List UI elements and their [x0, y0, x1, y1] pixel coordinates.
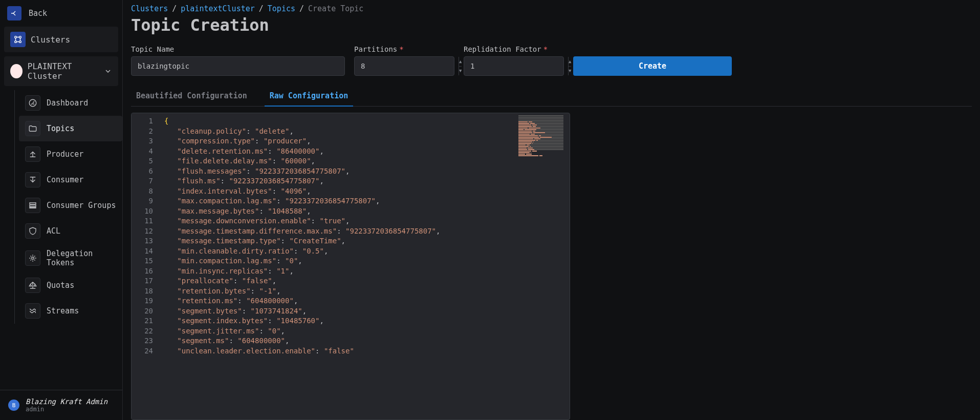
svg-point-3 [19, 41, 21, 43]
replication-stepper[interactable]: ▲▼ [464, 56, 564, 76]
sidebar-item-topics[interactable]: Topics [19, 116, 122, 141]
clusters-icon [10, 32, 26, 47]
nav-label: Quotas [47, 281, 74, 290]
stepper-up-icon[interactable]: ▲ [569, 57, 571, 67]
footer-user-sub: admin [26, 406, 107, 413]
partitions-input[interactable] [355, 57, 459, 75]
stepper-down-icon[interactable]: ▼ [459, 67, 462, 76]
sidebar-item-consumer-groups[interactable]: Consumer Groups [19, 193, 122, 218]
svg-point-1 [19, 36, 21, 38]
config-editor[interactable]: 123456789101112131415161718192021222324 … [131, 113, 570, 420]
download-icon [25, 172, 40, 187]
editor-minimap[interactable] [518, 115, 563, 144]
sidebar-item-quotas[interactable]: Quotas [19, 272, 122, 298]
nav-label: Dashboard [47, 98, 88, 108]
sidebar-footer[interactable]: B Blazing Kraft Admin admin [0, 390, 122, 420]
nav-label: Streams [47, 306, 79, 316]
sidebar-item-consumer[interactable]: Consumer [19, 167, 122, 193]
breadcrumb: Clusters / plaintextCluster / Topics / C… [131, 4, 972, 13]
breadcrumb-topics[interactable]: Topics [268, 4, 295, 13]
clusters-label: Clusters [31, 35, 70, 45]
sidebar-item-streams[interactable]: Streams [19, 298, 122, 324]
sidebar-item-producer[interactable]: Producer [19, 141, 122, 167]
breadcrumb-clusters[interactable]: Clusters [131, 4, 168, 13]
sidebar-clusters-button[interactable]: Clusters [4, 27, 118, 52]
stream-icon [25, 303, 40, 319]
back-icon [7, 6, 21, 20]
back-button[interactable]: Back [0, 0, 122, 27]
shield-icon [25, 223, 40, 239]
partitions-label: Partitions* [354, 45, 454, 53]
cluster-color-icon [10, 64, 23, 78]
topic-name-input[interactable] [131, 56, 345, 76]
breadcrumb-sep: / [259, 4, 264, 13]
sidebar: Back Clusters PLAINTEXT Cluster Dashboar… [0, 0, 123, 420]
editor-code[interactable]: { "cleanup.policy": "delete", "compressi… [158, 113, 440, 419]
breadcrumb-sep: / [299, 4, 304, 13]
stepper-up-icon[interactable]: ▲ [459, 57, 462, 67]
tab-raw[interactable]: Raw Configuration [265, 87, 354, 107]
upload-icon [25, 146, 40, 162]
token-icon [25, 250, 40, 266]
nav-label: Consumer [47, 175, 83, 184]
svg-point-0 [15, 36, 17, 38]
breadcrumb-current: Create Topic [308, 4, 363, 13]
breadcrumb-cluster[interactable]: plaintextCluster [181, 4, 255, 13]
stepper-down-icon[interactable]: ▼ [569, 67, 571, 76]
replication-input[interactable] [464, 57, 568, 75]
gauge-icon [25, 95, 40, 111]
sidebar-item-acl[interactable]: ACL [19, 218, 122, 244]
config-tabs: Beautified Configuration Raw Configurati… [131, 87, 972, 107]
avatar: B [8, 400, 19, 411]
svg-rect-6 [30, 205, 36, 206]
folder-icon [25, 121, 40, 136]
svg-rect-7 [30, 207, 36, 208]
svg-point-2 [15, 41, 17, 43]
svg-rect-5 [30, 203, 36, 204]
nav-label: Producer [47, 150, 83, 159]
replication-label: Replidation Factor* [464, 45, 564, 53]
cluster-selected-label: PLAINTEXT Cluster [28, 61, 99, 81]
nav-label: Delegation Tokens [47, 249, 93, 267]
sidebar-item-delegation-tokens[interactable]: Delegation Tokens [19, 244, 122, 272]
footer-user-name: Blazing Kraft Admin [26, 397, 107, 406]
page-title: Topic Creation [131, 15, 972, 35]
topic-name-label: Topic Name [131, 45, 345, 53]
create-button[interactable]: Create [573, 56, 732, 76]
nav-label: Consumer Groups [47, 201, 116, 210]
tab-beautified[interactable]: Beautified Configuration [131, 87, 252, 107]
cluster-selector[interactable]: PLAINTEXT Cluster [4, 56, 118, 86]
back-label: Back [29, 9, 47, 18]
layers-icon [25, 198, 40, 213]
editor-gutter: 123456789101112131415161718192021222324 [132, 113, 158, 419]
scale-icon [25, 278, 40, 293]
svg-point-8 [32, 257, 34, 260]
partitions-stepper[interactable]: ▲▼ [354, 56, 454, 76]
nav-label: ACL [47, 226, 60, 236]
nav-label: Topics [47, 124, 74, 133]
topic-form: Topic Name Partitions* ▲▼ Replidation Fa… [131, 45, 972, 76]
sidebar-item-dashboard[interactable]: Dashboard [19, 90, 122, 116]
chevron-down-icon [104, 67, 112, 75]
main-content: Clusters / plaintextCluster / Topics / C… [123, 0, 980, 420]
breadcrumb-sep: / [172, 4, 177, 13]
